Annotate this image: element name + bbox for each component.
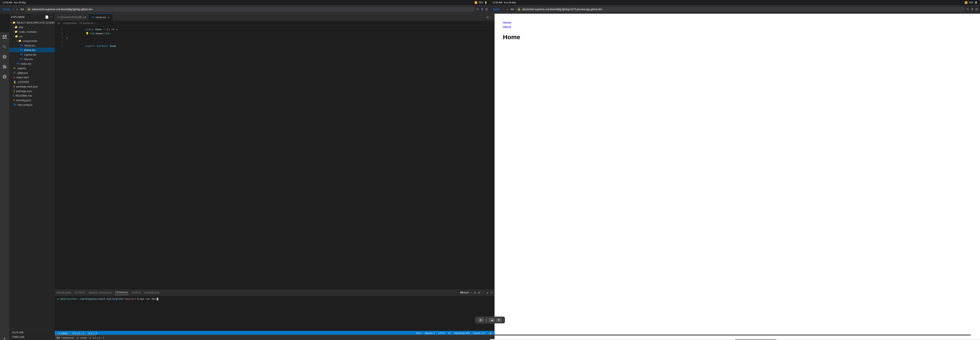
left-share-button[interactable]: ⬆ (480, 7, 484, 11)
preview-nav-link-about[interactable]: About (503, 25, 511, 28)
right-url-text: :disonchee-supreme-cod-6ww44j6g7gfr4qp-5… (522, 8, 602, 11)
activity-account-icon[interactable] (2, 336, 8, 340)
terminal-close-button[interactable]: ✕ (490, 291, 493, 294)
project-root[interactable]: ▾ 📁 REACT-BOILERPLATE [CODES...\CES] (9, 20, 55, 25)
tree-item-src[interactable]: ▾ 📁 src (9, 34, 55, 39)
code-editor[interactable]: 1 const Home = () => ( 2 💡<h1>Home</h1> … (55, 26, 494, 289)
outline-section[interactable]: › OUTLINE (9, 330, 55, 335)
tree-item-components[interactable]: ▾ 📁 components (9, 39, 55, 43)
tab-comments[interactable]: COMMENTS (144, 291, 160, 295)
more-options-icon[interactable]: ··· (50, 15, 53, 19)
tab-home-tsx[interactable]: TS Home.tsx ✕ (89, 14, 113, 21)
tree-item-license[interactable]: 🏅 LICENSE (9, 80, 55, 84)
tree-item-vite-config[interactable]: TS vite.config.ts (9, 103, 55, 107)
tab-ports[interactable]: PORTS (132, 291, 141, 295)
activity-debug-icon[interactable] (2, 74, 8, 80)
activity-explorer-icon[interactable] (2, 34, 8, 40)
left-tabs-button[interactable]: ⊞ (485, 7, 488, 11)
tab-output[interactable]: OUTPUT (75, 291, 85, 295)
left-url-bar[interactable]: 🔒 edisonchee-supreme-cod-6ww44j6g7gfr4qp… (25, 7, 475, 12)
ts-icon-about: TS (20, 44, 23, 47)
tree-item-babelrc[interactable]: ⚙ .babelrc (9, 66, 55, 71)
activity-git-icon[interactable] (2, 54, 8, 60)
codespaces-label[interactable]: Codespaces (62, 337, 74, 339)
keyboard-down-button[interactable]: ▼ (496, 318, 502, 322)
tree-item-readme[interactable]: ℹ README.md (9, 93, 55, 98)
tree-label-dist: dist (19, 26, 23, 29)
scrollbar-track (55, 335, 494, 335)
right-scrollbar-thumb[interactable] (735, 339, 776, 340)
more-editor-options-button[interactable]: ··· (490, 16, 493, 19)
keyboard-pipe: | (486, 318, 487, 321)
right-scrollbar-track (490, 339, 980, 340)
right-back-button[interactable]: ‹ (502, 7, 505, 12)
file-tree: ▾ 📁 REACT-BOILERPLATE [CODES...\CES] › 📁… (9, 20, 55, 107)
tree-item-gitignore[interactable]: ⚙ .gitignore (9, 71, 55, 75)
left-forward-button[interactable]: › (16, 7, 19, 12)
right-share-button[interactable]: ⬆ (971, 7, 974, 11)
activity-extensions-icon[interactable] (2, 64, 8, 70)
tree-label-about: About.tsx (24, 44, 35, 47)
tree-item-dist[interactable]: › 📁 dist (9, 25, 55, 29)
tree-item-home[interactable]: TS Home.tsx (9, 48, 55, 52)
tree-item-index-tsx[interactable]: TS index.tsx (9, 62, 55, 66)
tab-terminal[interactable]: TERMINAL (115, 290, 129, 295)
preview-nav-link-home[interactable]: Home (503, 21, 511, 24)
ts-icon-nav: TS (20, 58, 23, 60)
right-tabs-button[interactable]: ⊞ (975, 7, 978, 11)
timeline-section[interactable]: › TIMELINE (9, 335, 55, 339)
terminal-content[interactable]: ◈ @edisonchee → /workspaces/react-boiler… (55, 296, 494, 331)
tree-item-about[interactable]: TS About.tsx (9, 43, 55, 48)
right-forward-button[interactable]: › (506, 7, 509, 12)
preview-nav: Home About (503, 18, 972, 32)
tab-problems[interactable]: PROBLEMS (56, 291, 71, 295)
tree-item-index-html[interactable]: ◈ index.html (9, 75, 55, 80)
tab-close-button[interactable]: ✕ (107, 16, 110, 19)
tab-debug-console[interactable]: DEBUG CONSOLE (89, 291, 112, 295)
scrollbar-thumb[interactable] (55, 335, 96, 335)
tree-item-tsconfig[interactable]: {} tsconfig.json (9, 98, 55, 103)
breadcrumb-components: components (63, 22, 76, 25)
tree-label-layout: Layout.tsx (24, 53, 37, 56)
terminal-more-button[interactable]: ··· (482, 291, 484, 294)
right-url-bar[interactable]: 🔒 :disonchee-supreme-cod-6ww44j6g7gfr4qp… (515, 7, 965, 12)
terminal-delete-button[interactable]: 🗑 (478, 291, 480, 294)
project-name: REACT-BOILERPLATE [CODES...\CES] (17, 21, 55, 24)
code-line-1: 1 const Home = () => ( (55, 27, 494, 32)
left-aa-button[interactable]: AA (20, 8, 24, 11)
tree-item-package-lock[interactable]: {} package-lock.json (9, 84, 55, 89)
preview-nav-item-home[interactable]: Home (503, 21, 972, 24)
lock-status-icon: 🔒 (489, 332, 492, 335)
terminal-split-button[interactable]: ⊞ (474, 291, 476, 294)
tree-label-nav: Nav.tsx (24, 58, 33, 61)
ts-icon-vite: TS (13, 103, 16, 106)
right-refresh-button[interactable]: ↻ (967, 7, 969, 11)
new-file-icon[interactable]: 📄 (45, 15, 49, 19)
terminal-add-button[interactable]: + (471, 291, 473, 294)
tree-item-package-json[interactable]: {} package.json (9, 89, 55, 93)
codespaces-icon: ⌨ (56, 337, 60, 339)
keyboard-switch-button[interactable]: A (478, 318, 484, 322)
keyboard-up-button[interactable]: ▲ (489, 318, 495, 322)
tree-item-nav[interactable]: TS Nav.tsx (9, 57, 55, 62)
ts-icon-layout: TS (20, 53, 23, 56)
right-aa-button[interactable]: AA (510, 8, 514, 11)
breadcrumb: src › components › TS Home.tsx › ... (55, 21, 494, 26)
right-done-button[interactable]: Done (492, 7, 501, 11)
tree-item-layout[interactable]: TS Layout.tsx (9, 52, 55, 57)
terminal-collapse-button[interactable]: ▲ (486, 291, 489, 294)
tab-label-home: Home.tsx (95, 16, 106, 19)
tab-preview-readme[interactable]: M [Preview] README.md (55, 14, 89, 21)
preview-nav-item-about[interactable]: About (503, 25, 972, 28)
left-back-button[interactable]: ‹ (12, 7, 15, 12)
right-time: 12:00 AM (493, 1, 502, 4)
branch-name: master (61, 332, 68, 334)
left-nav-actions: ↻ ⬆ ⊞ (476, 7, 488, 11)
timeline-label: TIMELINE (12, 335, 24, 338)
left-refresh-button[interactable]: ↻ (476, 7, 479, 11)
code-line-4: 4 (55, 40, 494, 44)
left-done-button[interactable]: Done (2, 7, 11, 11)
activity-search-icon[interactable] (2, 44, 8, 50)
split-editor-button[interactable]: ⊞ (487, 16, 489, 19)
tree-item-node-modules[interactable]: › 📁 node_modules (9, 29, 55, 34)
